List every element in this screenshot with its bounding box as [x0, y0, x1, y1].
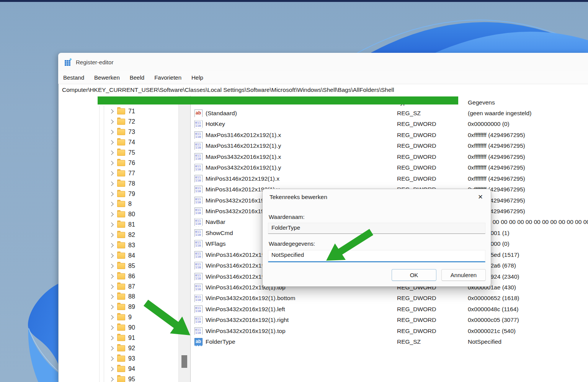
- folder-icon: [117, 294, 125, 300]
- tree-item[interactable]: 73: [59, 127, 178, 137]
- tree-item[interactable]: 81: [59, 220, 178, 230]
- tree-item[interactable]: 90: [59, 323, 178, 333]
- tree-item[interactable]: 88: [59, 292, 178, 302]
- tree-item[interactable]: 83: [59, 240, 178, 251]
- folder-icon: [117, 201, 125, 207]
- tree-item[interactable]: 76: [59, 158, 178, 168]
- table-row[interactable]: 011110MaxPos3146x2012x192(1).yREG_DWORD0…: [193, 141, 588, 152]
- table-row[interactable]: 011110HotKeyREG_DWORD0x00000000 (0): [193, 119, 588, 130]
- tree-item[interactable]: 87: [59, 281, 178, 292]
- chevron-right-icon[interactable]: [109, 202, 113, 206]
- chevron-right-icon[interactable]: [109, 140, 113, 144]
- title-bar[interactable]: Register-editor: [58, 53, 588, 71]
- value-data-input[interactable]: NotSpecified: [268, 250, 485, 262]
- tree-item[interactable]: 93: [59, 353, 178, 364]
- table-row[interactable]: 011110WinPos3432x2016x192(1).bottomREG_D…: [193, 293, 588, 304]
- folder-icon: [117, 108, 125, 114]
- edit-string-dialog: Tekenreeks bewerken ✕ Waardenaam: Folder…: [262, 189, 491, 287]
- tree-scrollbar-thumb[interactable]: [181, 355, 187, 368]
- chevron-right-icon[interactable]: [109, 284, 113, 289]
- cancel-button[interactable]: Annuleren: [441, 269, 486, 281]
- chevron-right-icon[interactable]: [109, 377, 113, 381]
- chevron-right-icon[interactable]: [109, 212, 113, 217]
- tree-item[interactable]: 71: [59, 106, 178, 117]
- menu-bestand[interactable]: Bestand: [58, 74, 89, 81]
- chevron-right-icon[interactable]: [109, 130, 113, 134]
- tree-item[interactable]: 82: [59, 230, 178, 240]
- table-row[interactable]: 011110WinPos3432x2016x192(1).rightREG_DW…: [193, 315, 588, 326]
- menu-bar: Bestand Bewerken Beeld Favorieten Help: [58, 71, 588, 84]
- chevron-right-icon[interactable]: [109, 325, 113, 330]
- table-row[interactable]: 011110MinPos3146x2012x192(1).xREG_DWORD0…: [193, 174, 588, 184]
- tree-item[interactable]: 8: [59, 199, 178, 209]
- table-row[interactable]: 011110WinPos3432x2016x192(1).topREG_DWOR…: [193, 326, 588, 337]
- table-row-selected[interactable]: abFolderTypeREG_SZNotSpecified: [193, 337, 588, 348]
- tree-item[interactable]: 79: [59, 189, 178, 199]
- table-row[interactable]: 011110MaxPos3432x2016x192(1).xREG_DWORD0…: [193, 152, 588, 163]
- chevron-right-icon[interactable]: [109, 305, 113, 309]
- chevron-right-icon[interactable]: [109, 253, 113, 258]
- ok-button[interactable]: OK: [392, 269, 436, 281]
- registry-icon: [64, 58, 72, 66]
- column-header-gegevens[interactable]: Gegevens: [468, 99, 495, 106]
- tree-item[interactable]: 92: [59, 343, 178, 353]
- tree-item[interactable]: 84: [59, 250, 178, 261]
- tree-item[interactable]: 9: [59, 312, 178, 323]
- table-row[interactable]: 011110WinPos3432x2016x192(1).leftREG_DWO…: [193, 304, 588, 315]
- chevron-right-icon[interactable]: [109, 274, 113, 278]
- address-bar[interactable]: Computer\HKEY_CURRENT_USER\Software\Clas…: [59, 84, 588, 96]
- folder-icon: [117, 191, 125, 197]
- reg-dword-icon: 011110: [194, 229, 203, 238]
- reg-dword-icon: 011110: [194, 186, 203, 194]
- chevron-right-icon[interactable]: [109, 315, 113, 320]
- table-row[interactable]: ab(Standaard)REG_SZ(geen waarde ingestel…: [193, 108, 588, 119]
- tree-item[interactable]: 95: [59, 374, 178, 382]
- tree-item[interactable]: 91: [59, 333, 178, 343]
- tree-item[interactable]: 89: [59, 302, 178, 312]
- chevron-right-icon[interactable]: [109, 243, 113, 247]
- menu-favorieten[interactable]: Favorieten: [149, 74, 186, 81]
- tree-item[interactable]: 86: [59, 271, 178, 281]
- chevron-right-icon[interactable]: [109, 367, 113, 371]
- menu-beeld[interactable]: Beeld: [125, 74, 149, 81]
- chevron-right-icon[interactable]: [109, 150, 113, 155]
- tree-scrollbar[interactable]: [178, 96, 191, 382]
- tree-item[interactable]: 85: [59, 261, 178, 271]
- tree-item[interactable]: 94: [59, 364, 178, 374]
- chevron-right-icon[interactable]: [109, 192, 113, 196]
- chevron-right-icon[interactable]: [109, 181, 113, 186]
- menu-help[interactable]: Help: [186, 74, 208, 81]
- folder-icon: [117, 129, 125, 135]
- tree-item[interactable]: 74: [59, 137, 178, 148]
- chevron-right-icon[interactable]: [109, 161, 113, 165]
- chevron-right-icon[interactable]: [109, 356, 113, 361]
- chevron-right-icon[interactable]: [109, 346, 113, 350]
- chevron-right-icon[interactable]: [109, 295, 113, 299]
- folder-icon: [117, 335, 125, 341]
- tree-item[interactable]: 72: [59, 117, 178, 127]
- tree-item[interactable]: 78: [59, 178, 178, 189]
- chevron-right-icon[interactable]: [109, 171, 113, 175]
- folder-icon: [117, 181, 125, 187]
- desktop: Register-editor Bestand Bewerken Beeld F…: [0, 0, 588, 382]
- chevron-right-icon[interactable]: [109, 223, 113, 227]
- tree-item[interactable]: 80: [59, 209, 178, 220]
- column-header-type[interactable]: Type: [397, 99, 410, 106]
- chevron-right-icon[interactable]: [109, 109, 113, 114]
- chevron-right-icon[interactable]: [109, 264, 113, 268]
- chevron-right-icon[interactable]: [109, 233, 113, 237]
- column-header-naam[interactable]: Naam: [195, 99, 211, 106]
- table-row[interactable]: 011110MaxPos3146x2012x192(1).xREG_DWORD0…: [193, 130, 588, 141]
- menu-bewerken[interactable]: Bewerken: [89, 74, 125, 81]
- tree-item[interactable]: 77: [59, 168, 178, 178]
- reg-dword-icon: 011110: [194, 240, 203, 248]
- close-icon[interactable]: ✕: [475, 192, 485, 202]
- table-row[interactable]: 011110MaxPos3432x2016x192(1).yREG_DWORD0…: [193, 163, 588, 173]
- folder-icon: [117, 304, 125, 310]
- wallpaper-top-strip: [0, 0, 588, 2]
- chevron-right-icon[interactable]: [109, 336, 113, 340]
- tree-item[interactable]: 75: [59, 148, 178, 158]
- chevron-right-icon[interactable]: [109, 120, 113, 124]
- value-name-field[interactable]: FolderType: [268, 223, 485, 234]
- reg-dword-icon: 011110: [194, 164, 203, 172]
